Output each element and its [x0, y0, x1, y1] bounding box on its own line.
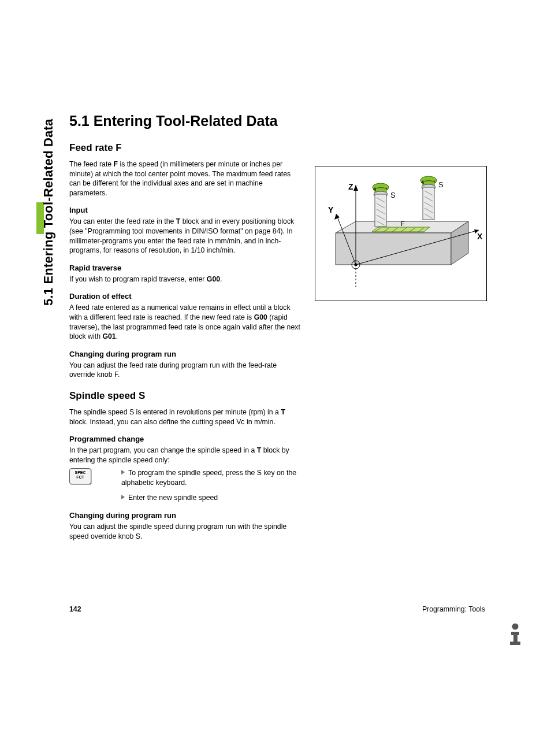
text: The spindle speed S is entered in revolu…: [69, 408, 281, 416]
page-footer: 142 Programming: Tools: [69, 605, 485, 613]
text: The feed rate: [69, 160, 114, 168]
spindle-T-bold: T: [281, 408, 285, 416]
text: In the part program, you can change the …: [69, 446, 257, 454]
svg-marker-1: [336, 233, 451, 265]
heading-prog-change: Programmed change: [69, 435, 497, 443]
text: You can enter the feed rate in the: [69, 217, 176, 225]
axis-y-label: Y: [328, 205, 334, 214]
svg-point-18: [355, 264, 358, 266]
step-text-2: Enter the new spindle speed: [121, 493, 300, 503]
svg-marker-15: [353, 185, 358, 191]
svg-point-37: [512, 624, 519, 630]
tool-s-label-1: S: [390, 191, 396, 199]
text: .: [220, 275, 222, 283]
text: Enter the new spindle speed: [128, 494, 218, 502]
spindle-prog-body: In the part program, you can change the …: [69, 446, 300, 465]
section-title: 5.1 Entering Tool-Related Data: [69, 113, 497, 129]
arrow-icon: [121, 470, 125, 475]
heading-feed-change: Changing during program run: [69, 350, 497, 358]
svg-rect-21: [375, 194, 386, 227]
side-tab: 5.1 Entering Tool-Related Data: [36, 116, 55, 306]
feed-input-body: You can enter the feed rate in the T blo…: [69, 217, 300, 255]
spindle-steps: SPEC FCT To program the spindle speed, p…: [69, 468, 300, 503]
spindle-intro: The spindle speed S is entered in revolu…: [69, 407, 300, 427]
feed-duration-body: A feed rate entered as a numerical value…: [69, 303, 300, 341]
feed-F-bold: F: [114, 160, 118, 168]
step-text-1: To program the spindle speed, press the …: [121, 468, 300, 487]
text: If you wish to program rapid traverse, e…: [69, 275, 207, 283]
axis-z-label: Z: [348, 182, 353, 191]
chapter-name: Programming: Tools: [422, 605, 485, 613]
step-row-2: Enter the new spindle speed: [69, 493, 300, 503]
heading-spindle: Spindle speed S: [69, 390, 497, 402]
feed-rapid-body: If you wish to program rapid traverse, e…: [69, 275, 300, 284]
spec-fct-key-icon: SPEC FCT: [69, 468, 91, 484]
info-icon: [502, 621, 528, 646]
key-line1: SPEC: [75, 470, 85, 475]
feed-G00-bold2: G00: [254, 313, 267, 321]
heading-spindle-change: Changing during program run: [69, 511, 497, 520]
feed-f-label: F: [401, 220, 405, 227]
arrow-icon: [121, 495, 125, 499]
svg-rect-30: [423, 187, 434, 220]
text: .: [116, 332, 118, 340]
text: block. Instead, you can also define the …: [69, 418, 276, 426]
figure-tool-axes: Z Y X S S F: [315, 166, 487, 301]
text: To program the spindle speed, press the …: [121, 469, 296, 487]
side-tab-label: 5.1 Entering Tool-Related Data: [41, 119, 56, 306]
feed-intro: The feed rate F is the speed (in millime…: [69, 160, 300, 198]
axis-x-label: X: [477, 232, 483, 241]
spindle-change-body: You can adjust the spindle speed during …: [69, 522, 300, 541]
svg-rect-40: [510, 642, 520, 645]
feed-G01-bold: G01: [102, 332, 116, 340]
heading-feedrate: Feed rate F: [69, 142, 497, 154]
svg-marker-13: [334, 214, 340, 220]
key-line2: FCT: [76, 475, 84, 479]
feed-G00-bold: G00: [207, 275, 220, 283]
svg-rect-39: [513, 632, 518, 643]
page-number: 142: [69, 605, 81, 613]
key-col: SPEC FCT: [69, 468, 121, 484]
step-row-1: SPEC FCT To program the spindle speed, p…: [69, 468, 300, 487]
tool-s-label-2: S: [438, 180, 444, 189]
feed-change-body: You can adjust the feed rate during prog…: [69, 361, 300, 380]
